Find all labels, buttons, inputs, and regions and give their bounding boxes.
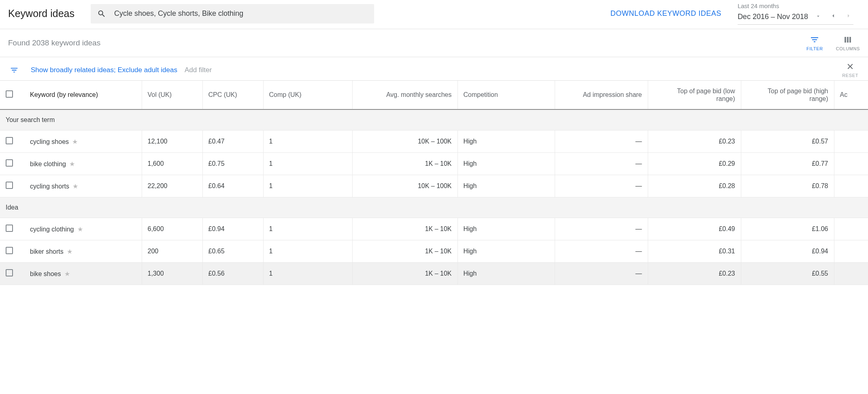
table-row[interactable]: cycling shoes★12,100£0.47110K – 100KHigh… xyxy=(0,131,868,153)
cpc-cell: £0.47 xyxy=(202,131,263,153)
columns-label: COLUMNS xyxy=(836,46,860,51)
competition-cell: High xyxy=(457,263,555,285)
star-icon[interactable]: ★ xyxy=(67,248,72,255)
competition-cell: High xyxy=(457,131,555,153)
row-checkbox[interactable] xyxy=(6,247,13,254)
keyword-cell: bike clothing★ xyxy=(24,153,142,175)
col-vol[interactable]: Vol (UK) xyxy=(142,81,202,109)
bid-low-cell: £0.49 xyxy=(648,218,741,240)
col-keyword[interactable]: Keyword (by relevance) xyxy=(24,81,142,109)
account-cell xyxy=(834,153,868,175)
cpc-cell: £0.94 xyxy=(202,218,263,240)
bid-high-cell: £0.55 xyxy=(741,263,834,285)
keyword-cell: biker shorts★ xyxy=(24,240,142,263)
reset-label: RESET xyxy=(842,73,858,78)
found-bar: Found 2038 keyword ideas FILTER COLUMNS xyxy=(0,29,868,57)
comp1-cell: 1 xyxy=(263,153,352,175)
row-checkbox[interactable] xyxy=(6,225,13,232)
table-row[interactable]: bike shoes★1,300£0.5611K – 10KHigh—£0.23… xyxy=(0,263,868,285)
vol-cell: 6,600 xyxy=(142,218,202,240)
date-range-caption: Last 24 months xyxy=(738,2,853,9)
competition-cell: High xyxy=(457,218,555,240)
account-cell xyxy=(834,175,868,197)
avg-cell: 10K – 100K xyxy=(352,175,457,197)
table-row[interactable]: biker shorts★200£0.6511K – 10KHigh—£0.31… xyxy=(0,240,868,263)
star-icon[interactable]: ★ xyxy=(72,138,78,145)
keyword-cell: cycling shoes★ xyxy=(24,131,142,153)
competition-cell: High xyxy=(457,175,555,197)
competition-cell: High xyxy=(457,240,555,263)
row-checkbox[interactable] xyxy=(6,269,13,276)
ad-share-cell: — xyxy=(555,240,648,263)
col-avg[interactable]: Avg. monthly searches xyxy=(352,81,457,109)
search-input[interactable]: Cycle shoes, Cycle shorts, Bike clothing xyxy=(91,4,374,24)
vol-cell: 1,300 xyxy=(142,263,202,285)
date-prev-button[interactable] xyxy=(828,11,838,23)
vol-cell: 12,100 xyxy=(142,131,202,153)
select-all-checkbox[interactable] xyxy=(6,90,13,98)
table-row[interactable]: cycling clothing★6,600£0.9411K – 10KHigh… xyxy=(0,218,868,240)
col-account[interactable]: Ac xyxy=(834,81,868,109)
avg-cell: 1K – 10K xyxy=(352,153,457,175)
table-section-row: Your search term xyxy=(0,109,868,131)
vol-cell: 22,200 xyxy=(142,175,202,197)
col-cpc[interactable]: CPC (UK) xyxy=(202,81,263,109)
chevron-down-icon[interactable] xyxy=(814,11,823,23)
keyword-cell: cycling shorts★ xyxy=(24,175,142,197)
avg-cell: 1K – 10K xyxy=(352,240,457,263)
ad-share-cell: — xyxy=(555,218,648,240)
bid-low-cell: £0.28 xyxy=(648,175,741,197)
date-range-value: Dec 2016 – Nov 2018 xyxy=(738,13,808,21)
ad-share-cell: — xyxy=(555,175,648,197)
funnel-icon xyxy=(10,66,19,75)
col-ad-share[interactable]: Ad impression share xyxy=(555,81,648,109)
columns-button[interactable]: COLUMNS xyxy=(836,35,860,51)
col-comp1[interactable]: Comp (UK) xyxy=(263,81,352,109)
ad-share-cell: — xyxy=(555,131,648,153)
row-checkbox[interactable] xyxy=(6,182,13,189)
comp1-cell: 1 xyxy=(263,263,352,285)
bid-low-cell: £0.29 xyxy=(648,153,741,175)
account-cell xyxy=(834,131,868,153)
star-icon[interactable]: ★ xyxy=(72,183,78,190)
avg-cell: 10K – 100K xyxy=(352,131,457,153)
date-next-button[interactable] xyxy=(844,11,853,23)
date-range-picker[interactable]: Last 24 months Dec 2016 – Nov 2018 xyxy=(738,2,853,25)
row-checkbox[interactable] xyxy=(6,159,13,167)
table-section-row: Idea xyxy=(0,197,868,218)
filter-button[interactable]: FILTER xyxy=(806,35,823,51)
download-keyword-ideas-button[interactable]: DOWNLOAD KEYWORD IDEAS xyxy=(611,9,721,18)
vol-cell: 1,600 xyxy=(142,153,202,175)
bid-low-cell: £0.23 xyxy=(648,263,741,285)
columns-icon xyxy=(843,35,853,45)
row-checkbox[interactable] xyxy=(6,137,13,144)
comp1-cell: 1 xyxy=(263,131,352,153)
star-icon[interactable]: ★ xyxy=(69,161,75,167)
star-icon[interactable]: ★ xyxy=(77,226,83,233)
col-competition[interactable]: Competition xyxy=(457,81,555,109)
applied-filters-text[interactable]: Show broadly related ideas; Exclude adul… xyxy=(31,66,177,74)
table-row[interactable]: cycling shorts★22,200£0.64110K – 100KHig… xyxy=(0,175,868,197)
bid-high-cell: £0.77 xyxy=(741,153,834,175)
search-text: Cycle shoes, Cycle shorts, Bike clothing xyxy=(114,9,243,18)
filter-label: FILTER xyxy=(806,46,823,51)
vol-cell: 200 xyxy=(142,240,202,263)
competition-cell: High xyxy=(457,153,555,175)
bid-high-cell: £0.94 xyxy=(741,240,834,263)
cpc-cell: £0.65 xyxy=(202,240,263,263)
star-icon[interactable]: ★ xyxy=(64,270,70,277)
ad-share-cell: — xyxy=(555,153,648,175)
cpc-cell: £0.64 xyxy=(202,175,263,197)
filter-icon xyxy=(810,35,819,45)
comp1-cell: 1 xyxy=(263,175,352,197)
account-cell xyxy=(834,240,868,263)
col-bid-high[interactable]: Top of page bid (highrange) xyxy=(741,81,834,109)
close-icon[interactable] xyxy=(846,62,855,72)
table-row[interactable]: bike clothing★1,600£0.7511K – 10KHigh—£0… xyxy=(0,153,868,175)
ad-share-cell: — xyxy=(555,263,648,285)
page-title: Keyword ideas xyxy=(8,8,74,19)
avg-cell: 1K – 10K xyxy=(352,263,457,285)
bid-high-cell: £1.06 xyxy=(741,218,834,240)
add-filter-button[interactable]: Add filter xyxy=(185,66,212,74)
col-bid-low[interactable]: Top of page bid (lowrange) xyxy=(648,81,741,109)
